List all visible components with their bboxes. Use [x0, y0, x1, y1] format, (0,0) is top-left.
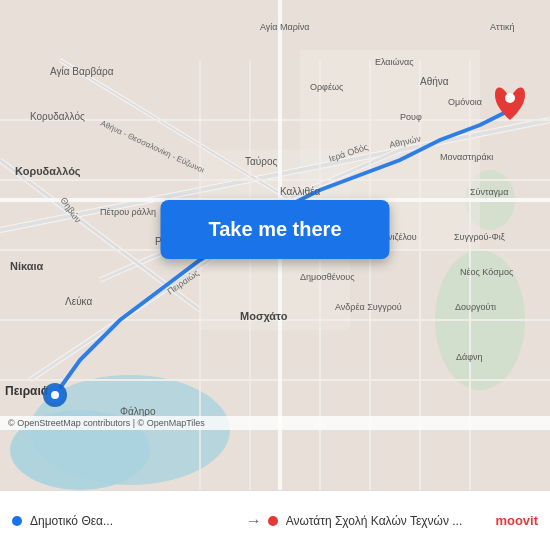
svg-text:Νίκαια: Νίκαια	[10, 260, 44, 272]
bottom-bar: Δημοτικό Θεα... → Ανωτάτη Σχολή Καλών Τε…	[0, 490, 550, 550]
svg-text:Δημοσθένους: Δημοσθένους	[300, 272, 355, 282]
svg-point-67	[505, 93, 515, 103]
svg-text:Μοναστηράκι: Μοναστηράκι	[440, 152, 493, 162]
svg-text:Λεύκα: Λεύκα	[65, 296, 92, 307]
arrow-icon: →	[246, 512, 262, 530]
svg-text:Αττική: Αττική	[490, 22, 515, 32]
origin-dot	[12, 516, 22, 526]
destination-location: Ανωτάτη Σχολή Καλών Τεχνών ...	[268, 514, 496, 528]
svg-text:Αγία Βαρβάρα: Αγία Βαρβάρα	[50, 66, 114, 77]
destination-dot	[268, 516, 278, 526]
svg-text:Ορφέως: Ορφέως	[310, 82, 344, 92]
map-container: Αθηνών Ιερά Οδός Πειραιώς Θηβών Αθήνα - …	[0, 0, 550, 490]
svg-text:Καλλιθέα: Καλλιθέα	[280, 186, 321, 197]
svg-text:Κορυδαλλός: Κορυδαλλός	[15, 165, 81, 178]
svg-text:Ρουφ: Ρουφ	[400, 112, 422, 122]
svg-text:Δάφνη: Δάφνη	[456, 352, 483, 362]
svg-text:Αθήνα: Αθήνα	[420, 76, 449, 87]
svg-text:Σύνταγμα: Σύνταγμα	[470, 187, 509, 197]
svg-point-66	[51, 391, 59, 399]
svg-text:Νέος Κόσμος: Νέος Κόσμος	[460, 267, 514, 277]
attribution-bar: © OpenStreetMap contributors | © OpenMap…	[0, 416, 550, 430]
svg-text:Ελαιώνας: Ελαιώνας	[375, 57, 414, 67]
svg-text:Πέτρου ράλλη: Πέτρου ράλλη	[100, 207, 156, 217]
svg-text:Κορυδαλλός: Κορυδαλλός	[30, 111, 85, 122]
origin-label: Δημοτικό Θεα...	[30, 514, 113, 528]
take-me-there-button[interactable]: Take me there	[160, 200, 389, 259]
svg-text:Συγγρού-Φιξ: Συγγρού-Φιξ	[454, 232, 505, 242]
moovit-logo: moovit	[495, 513, 538, 528]
svg-text:Ταύρος: Ταύρος	[245, 156, 278, 167]
origin-location: Δημοτικό Θεα...	[12, 514, 240, 528]
svg-text:Ανδρέα Συγγρού: Ανδρέα Συγγρού	[335, 302, 402, 312]
svg-text:Ομόνοια: Ομόνοια	[448, 97, 482, 107]
svg-text:Δουργούτι: Δουργούτι	[455, 302, 496, 312]
svg-text:Αγία Μαρίνα: Αγία Μαρίνα	[260, 22, 310, 32]
svg-text:Μοσχάτο: Μοσχάτο	[240, 310, 288, 322]
attribution-text: © OpenStreetMap contributors | © OpenMap…	[8, 418, 205, 428]
moovit-text: moovit	[495, 513, 538, 528]
destination-label: Ανωτάτη Σχολή Καλών Τεχνών ...	[286, 514, 463, 528]
